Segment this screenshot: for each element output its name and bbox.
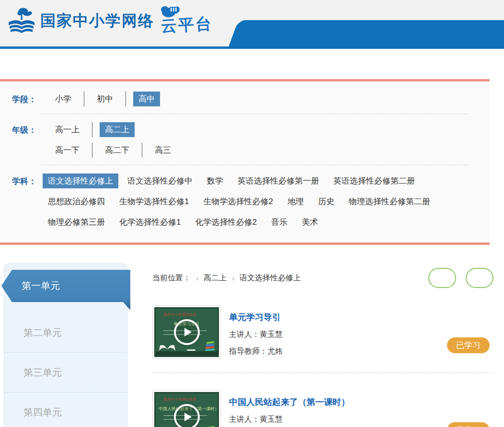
grade-option[interactable]: 高二下 (100, 143, 135, 158)
subject-option[interactable]: 美术 (297, 215, 323, 230)
action-button[interactable] (428, 268, 456, 288)
site-title: 国家中小学网络 (40, 11, 154, 32)
filter-panel: 学段： 小学初中高中 年级： 高一上高二上 高一下高二下高三 学科： 语文选择性… (0, 79, 490, 245)
grade-option[interactable]: 高一下 (50, 143, 85, 158)
sidebar-unit-item[interactable]: 第二单元 (4, 313, 127, 352)
sidebar-unit-label: 第三单元 (23, 366, 62, 379)
subject-option[interactable]: 音乐 (266, 215, 293, 230)
filter-divider (41, 114, 468, 114)
breadcrumb-item[interactable]: 高二上 (204, 273, 227, 283)
sidebar-unit-item[interactable]: 第三单元 (4, 352, 127, 392)
open-book-icon (158, 343, 176, 352)
subject-option[interactable]: 生物学选择性必修1 (114, 194, 194, 209)
subject-option[interactable]: 历史 (313, 194, 340, 209)
sidebar-unit-label: 第四单元 (23, 406, 62, 419)
unit-sidebar: 第一单元 第二单元 第三单元 第四单元 (4, 263, 127, 427)
grade-options-row2: 高一下高二下高三 (43, 143, 183, 158)
subject-option[interactable]: 英语选择性必修第二册 (328, 173, 420, 188)
subject-option[interactable]: 地理 (282, 194, 309, 209)
subject-option[interactable]: 化学选择性必修1 (114, 215, 186, 230)
course-item: 国家中小学课程资源 中国人民站起来了（第一课时） (152, 390, 493, 427)
play-icon[interactable] (174, 404, 200, 427)
stage-option[interactable]: 初中 (92, 92, 118, 106)
course-thumbnail[interactable]: 国家中小学课程资源 单元学习导引 (152, 305, 221, 359)
subject-option[interactable]: 化学选择性必修2 (190, 215, 262, 230)
presenter-name: 黄玉慧 (260, 330, 283, 338)
nav-items (229, 20, 504, 47)
advisor-name: 尤炜 (267, 347, 283, 355)
subject-option[interactable]: 数学 (202, 173, 229, 188)
site-header: 国家中小学网络 云平台 (0, 0, 504, 49)
chalkboard-tray (156, 351, 218, 356)
course-divider (152, 372, 493, 373)
subject-filter-row: 学科： 语文选择性必修上语文选择性必修中数学英语选择性必修第一册英语选择性必修第… (0, 167, 490, 235)
stacked-books-icon (205, 339, 215, 352)
grade-option[interactable]: 高二上 (100, 122, 135, 137)
subject-option[interactable]: 思想政治必修四 (43, 194, 110, 209)
subject-options-row2: 思想政治必修四生物学选择性必修1生物学选择性必修2地理历史物理选择性必修第二册 (43, 194, 435, 209)
subject-option[interactable]: 物理选择性必修第二册 (344, 194, 435, 209)
main-nav (229, 20, 504, 47)
cloud-platform-logo: 云平台 (161, 6, 213, 36)
content-area: 第一单元 第二单元 第三单元 第四单元 当前位置： (0, 263, 504, 427)
subject-option[interactable]: 语文选择性必修中 (122, 173, 198, 188)
subject-filter-label: 学科： (12, 173, 43, 187)
chevron-right-icon: › (196, 274, 198, 282)
subject-option[interactable]: 生物学选择性必修2 (198, 194, 278, 209)
course-info: 中国人民站起来了（第一课时） 主讲人：黄玉慧 指导教师：尤炜 (229, 390, 350, 427)
grade-filter-row: 年级： 高一上高二上 高一下高二下高三 (0, 116, 490, 163)
chalk-piece (187, 349, 195, 351)
stage-filter-row: 学段： 小学初中高中 (0, 85, 490, 112)
grade-options-row1: 高一上高二上 (43, 122, 183, 137)
status-badge: 已学习 (447, 337, 490, 353)
course-advisor-line: 指导教师：尤炜 (229, 346, 283, 357)
course-presenter-line: 主讲人：黄玉慧 (229, 330, 283, 340)
course-info: 单元学习导引 主讲人：黄玉慧 指导教师：尤炜 (229, 305, 283, 359)
course-item: 国家中小学课程资源 单元学习导引 (152, 305, 493, 359)
topbar: 当前位置： › 高二上 › 语文选择性必修上 (152, 268, 493, 288)
action-buttons (428, 268, 493, 288)
subject-option[interactable]: 语文选择性必修上 (43, 173, 118, 188)
stacked-books-icon (205, 424, 215, 427)
breadcrumb-label: 当前位置： (152, 273, 191, 283)
grade-option[interactable]: 高三 (149, 143, 176, 158)
book-bird-logo-icon (7, 6, 37, 36)
sidebar-unit-item[interactable]: 第四单元 (4, 392, 127, 427)
course-list: 国家中小学课程资源 单元学习导引 (152, 305, 493, 427)
stage-filter-label: 学段： (12, 92, 43, 105)
stage-options: 小学初中高中 (43, 92, 167, 106)
subject-options-row1: 语文选择性必修上语文选择性必修中数学英语选择性必修第一册英语选择性必修第二册 (43, 173, 435, 188)
chalkboard-thumbnail: 国家中小学课程资源 中国人民站起来了（第一课时） (154, 392, 219, 427)
grade-filter-label: 年级： (12, 122, 43, 136)
subject-option[interactable]: 物理必修第三册 (43, 215, 110, 230)
status-badge: 已学习 (447, 422, 490, 427)
subject-options-row3: 物理必修第三册化学选择性必修1化学选择性必修2音乐美术 (43, 215, 435, 230)
chalkboard-thumbnail: 国家中小学课程资源 单元学习导引 (154, 307, 219, 357)
filter-divider (41, 165, 468, 165)
breadcrumb-item[interactable]: 语文选择性必修上 (240, 273, 301, 283)
breadcrumb: 当前位置： › 高二上 › 语文选择性必修上 (152, 273, 301, 283)
chevron-right-icon: › (232, 274, 234, 282)
course-presenter-line: 主讲人：黄玉慧 (229, 415, 350, 425)
header-divider (0, 46, 504, 49)
sidebar-unit-label: 第二单元 (23, 326, 62, 339)
sidebar-unit-label: 第一单元 (22, 279, 60, 292)
play-icon[interactable] (174, 319, 200, 345)
action-button[interactable] (466, 268, 493, 288)
grade-option[interactable]: 高一上 (50, 122, 85, 137)
course-thumbnail[interactable]: 国家中小学课程资源 中国人民站起来了（第一课时） (152, 390, 221, 427)
presenter-name: 黄玉慧 (260, 415, 283, 423)
main-column: 当前位置： › 高二上 › 语文选择性必修上 (152, 263, 493, 427)
sidebar-unit-item[interactable]: 第一单元 (1, 270, 130, 310)
site-title-suffix: 云平台 (160, 13, 213, 37)
course-title-link[interactable]: 中国人民站起来了（第一课时） (229, 396, 350, 408)
thumbnail-brand-text: 国家中小学课程资源 (163, 397, 215, 402)
site-logo[interactable]: 国家中小学网络 云平台 (7, 6, 213, 36)
breadcrumb-items: › 高二上 › 语文选择性必修上 (196, 273, 301, 283)
thumbnail-brand-text: 国家中小学课程资源 (163, 312, 215, 317)
stage-option[interactable]: 小学 (50, 92, 77, 106)
subject-option[interactable]: 英语选择性必修第一册 (232, 173, 324, 188)
stage-option[interactable]: 高中 (133, 92, 160, 106)
course-title-link[interactable]: 单元学习导引 (229, 312, 283, 323)
